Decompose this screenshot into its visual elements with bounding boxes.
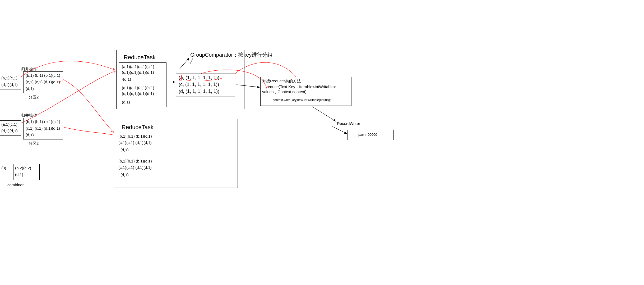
kv-text: (d,1)(d,1) (1, 82, 18, 87)
kv-text: (d,1) (122, 100, 130, 104)
kv-text: (c,1)(c,1)(d,1)(d,1) (122, 70, 154, 75)
record-writer-label: RecordWriter (337, 121, 360, 126)
kv-text: (d,1) (15, 172, 23, 177)
group-row: (c, (1, 1, 1, 1, 1, 1)) (179, 82, 219, 87)
reducetask2-title: ReduceTask (122, 124, 154, 131)
reducetask1-inner-box: (a,1)(a,1)(a,1)(c,1) (c,1)(c,1)(d,1)(d,1… (119, 62, 166, 107)
kv-text: (c,1)(c,1)(d,1)(d,1) (122, 91, 154, 96)
kv-text: (d,1) (121, 148, 129, 152)
kv-text: (b,1) (b,1) (b,1)(c,1) (26, 73, 60, 78)
merge-op-label-1: 归并操作 (21, 67, 37, 72)
kv-text: (a,1)(a,1)(a,1)(c,1) (122, 64, 154, 69)
partition-label-2: 分区2 (29, 141, 39, 146)
reducetask1-title: ReduceTask (124, 54, 156, 61)
kv-text: (c,1) (c,1) (d,1)(d,1) (26, 80, 60, 84)
group-box: (a, (1, 1, 1, 1, 1, 1)) (c, (1, 1, 1, 1,… (176, 74, 235, 97)
kv-text: (c,1) (c,1) (d,1)(d,1) (26, 126, 60, 130)
kv-text: (3) (1, 166, 6, 170)
reducer-method-title: 对接Reducer类的方法： (262, 79, 305, 84)
arrow-recordwriter-to-partfile (332, 126, 347, 134)
kv-text: (b,2)(c,2) (15, 166, 31, 170)
arrow-partition2-to-reduce2 (63, 127, 114, 135)
arrow-partition1-to-reduce2 (63, 79, 114, 132)
partition1-box-right: (b,1) (b,1) (b,1)(c,1) (c,1) (c,1) (d,1)… (23, 71, 63, 93)
reducer-method-body: context.write(key,new IntWritable(count)… (262, 98, 331, 102)
kv-text: (c,1)(c,1) (d,1)(d,1) (118, 140, 152, 145)
combiner-label: combiner (7, 183, 24, 187)
group-row: (d, (1, 1, 1, 1, 1, 1)) (179, 89, 219, 94)
group-comparator-label: GroupComparator：按key进行分组 (190, 51, 273, 58)
arrow-reducermethod-to-recordwriter (312, 106, 336, 121)
combiner-box-1: (3) (0, 164, 10, 180)
part-file-label: part-r-00000 (358, 133, 377, 137)
kv-text: (c,1)(c,1) (d,1)(d,1) (118, 165, 152, 170)
reducer-method-box: 对接Reducer类的方法： reduce(Text Key，Iterable<… (260, 77, 351, 106)
diagram-canvas: (a,1)(c,1) (d,1)(d,1) (b,1) (b,1) (b,1)(… (0, 0, 644, 285)
arrows-overlay (0, 0, 644, 285)
kv-box-left-1: (a,1)(c,1) (d,1)(d,1) (0, 74, 21, 89)
kv-box-left-2: (a,1)(c,1) (d,1)(d,1) (0, 120, 21, 136)
kv-text: (d,1) (26, 133, 34, 137)
kv-text: ·(d,1) (122, 77, 131, 82)
part-file-box: part-r-00000 (348, 130, 394, 140)
highlight-box-a (179, 75, 182, 80)
kv-text: (a,1)(a,1)(a,1)(c,1) (122, 85, 154, 90)
kv-text: (d,1) (26, 86, 34, 91)
kv-text: (d,1)(d,1) (1, 129, 18, 133)
merge-op-label-2: 归并操作 (21, 113, 37, 118)
kv-text: (d,1) (121, 173, 129, 177)
partition2-box-right: (b,1) (b,1) (b,1)(c,1) (c,1) (c,1) (d,1)… (23, 118, 63, 139)
kv-text: (b,1)(b,1) (b,1)(c,1) (118, 134, 152, 138)
reducer-method-sig: reduce(Text Key，Iterable<IntWritable> va… (262, 84, 349, 94)
combiner-box-2: (b,2)(c,2) (d,1) (13, 164, 40, 180)
kv-text: (a,1)(c,1) (1, 76, 17, 80)
kv-text: (b,1)(b,1) (b,1)(c,1) (118, 159, 152, 163)
kv-text: (b,1) (b,1) (b,1)(c,1) (26, 119, 60, 124)
partition-label-1: 分区2 (29, 95, 39, 100)
kv-text: (a,1)(c,1) (1, 122, 17, 126)
group-row: (a, (1, 1, 1, 1, 1, 1)) (179, 75, 219, 80)
